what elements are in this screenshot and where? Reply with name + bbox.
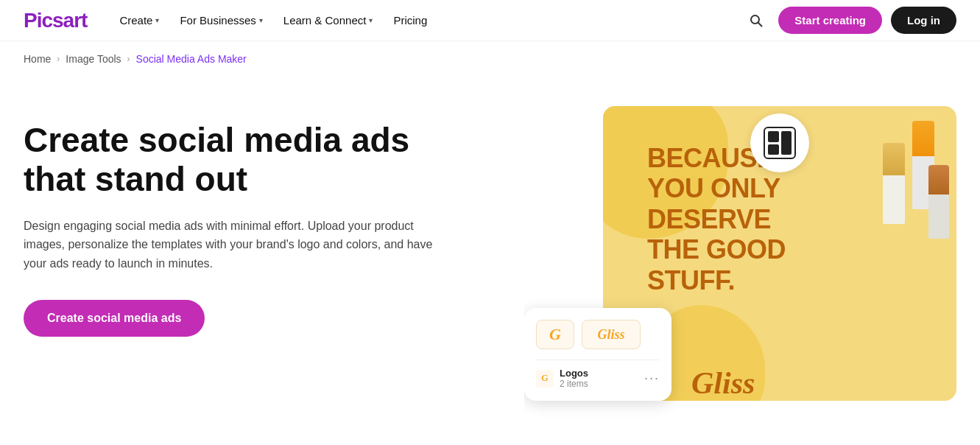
grid-cell-1 [768, 131, 779, 142]
hero-left: Create social media ads that stand out D… [24, 106, 465, 337]
breadcrumb-image-tools[interactable]: Image Tools [66, 53, 121, 65]
grid-cell-3 [768, 144, 779, 155]
lipstick-product-2 [883, 143, 905, 224]
logo-card-divider [536, 360, 660, 360]
hero-description: Design engaging social media ads with mi… [24, 217, 436, 273]
hero-title: Create social media ads that stand out [24, 121, 465, 199]
cta-button[interactable]: Create social media ads [24, 300, 205, 337]
breadcrumb-separator: › [127, 54, 130, 64]
search-icon[interactable] [743, 7, 769, 34]
login-button[interactable]: Log in [891, 7, 956, 34]
lipstick-product-3 [928, 165, 949, 239]
hero-visual: BECAUSE YOU ONLY DESERVE THE GOOD STUFF.… [524, 106, 956, 430]
grid-icon [764, 127, 796, 159]
svg-line-1 [758, 22, 762, 26]
navbar: Picsart Create ▾ For Businesses ▾ Learn … [0, 0, 980, 41]
nav-right: Start creating Log in [743, 7, 956, 34]
main-content: Create social media ads that stand out D… [0, 77, 980, 430]
breadcrumb-current: Social Media Ads Maker [136, 53, 247, 65]
logo-folder-label: Logos [560, 368, 588, 379]
grid-icon-circle [750, 113, 809, 172]
logo-text-group: Logos 2 items [560, 368, 588, 389]
nav-pricing[interactable]: Pricing [384, 8, 436, 32]
logo[interactable]: Picsart [24, 9, 87, 32]
logo-thumb-brand: Gliss [582, 320, 641, 349]
chevron-down-icon: ▾ [259, 16, 263, 24]
start-creating-button[interactable]: Start creating [778, 7, 882, 34]
logo-card: G Gliss G Logos 2 items ··· [524, 308, 671, 401]
chevron-down-icon: ▾ [155, 16, 159, 24]
logo-folder-icon: G [536, 370, 554, 388]
logo-more-options[interactable]: ··· [644, 371, 660, 386]
logo-card-info: G Logos 2 items [536, 368, 588, 389]
brand-bottom-text: Gliss [691, 365, 755, 401]
nav-for-businesses[interactable]: For Businesses ▾ [171, 8, 271, 32]
logo-thumb-symbol: G [536, 320, 574, 349]
chevron-down-icon: ▾ [369, 16, 373, 24]
logo-item-count: 2 items [560, 379, 588, 389]
logo-card-bottom: G Logos 2 items ··· [536, 368, 660, 389]
nav-links: Create ▾ For Businesses ▾ Learn & Connec… [110, 8, 743, 32]
grid-cell-2 [781, 131, 792, 155]
nav-create[interactable]: Create ▾ [110, 8, 168, 32]
logo-card-thumbnails: G Gliss [536, 320, 660, 349]
breadcrumb-home[interactable]: Home [24, 53, 51, 65]
breadcrumb: Home › Image Tools › Social Media Ads Ma… [0, 41, 980, 77]
breadcrumb-separator: › [57, 54, 60, 64]
nav-learn-connect[interactable]: Learn & Connect ▾ [275, 8, 382, 32]
